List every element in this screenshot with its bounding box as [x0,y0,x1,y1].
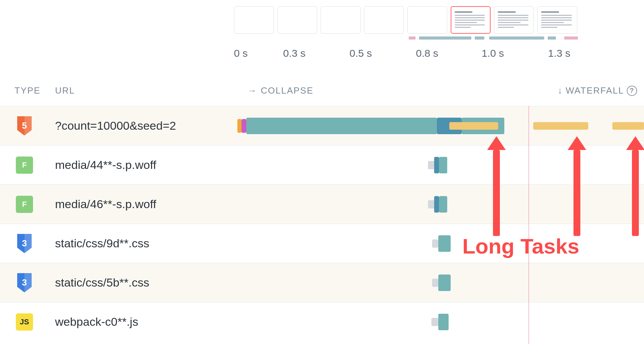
annotation-text: Long Tasks [462,234,579,258]
filmstrip-frame[interactable] [364,6,404,34]
filmstrip-microbars [234,36,644,41]
waterfall-segment [428,200,435,208]
time-tick: 0.3 s [283,47,305,59]
waterfall-segment [431,318,438,326]
collapse-label: COLLAPSE [261,85,313,96]
filmstrip [234,6,644,36]
filmstrip-frame[interactable] [321,6,361,34]
waterfall-segment [449,122,498,130]
request-url: static/css/5b**.css [55,276,149,289]
microbar [409,36,416,40]
waterfall-sort-button[interactable]: WATERFALL ? [558,85,637,96]
html-icon: 5 [16,117,33,135]
filmstrip-frame[interactable] [451,6,491,34]
microbar [564,36,578,40]
waterfall-label: WATERFALL [566,85,624,96]
microbar [548,36,556,40]
font-icon: F [16,196,33,213]
waterfall-segment [434,196,439,213]
table-column-headers: TYPE URL COLLAPSE WATERFALL ? [0,85,644,102]
request-url: media/46**-s.p.woff [55,197,156,211]
col-type-header: TYPE [14,85,41,96]
time-tick: 0.8 s [416,47,438,59]
annotation-arrow-icon [626,136,644,236]
svg-text:5: 5 [22,120,27,131]
time-tick: 0.5 s [350,47,372,59]
microbar [475,36,484,40]
table-row[interactable]: JSwebpack-c0**.js [0,302,644,341]
waterfall-segment [612,122,644,130]
request-url: media/44**-s.p.woff [55,158,156,172]
js-icon: JS [16,313,33,331]
waterfall-segment [434,157,439,173]
waterfall-segment [237,119,242,133]
css-icon: 3 [16,274,33,291]
css-icon: 3 [16,235,33,252]
request-url: ?count=10000&seed=2 [55,119,176,132]
collapse-button[interactable]: COLLAPSE [248,85,313,96]
request-url: webpack-c0**.js [55,315,138,329]
time-axis: 0 s0.3 s0.5 s0.8 s1.0 s1.3 s [0,47,644,65]
filmstrip-frame[interactable] [407,6,447,34]
table-row[interactable]: Fmedia/46**-s.p.woff [0,184,644,224]
waterfall-segment [428,161,435,169]
waterfall-lane [234,302,644,341]
time-tick: 1.0 s [482,47,504,59]
waterfall-segment [533,122,588,130]
request-url: static/css/9d**.css [55,237,149,250]
filmstrip-frame[interactable] [494,6,534,34]
svg-text:3: 3 [22,238,27,248]
timing-marker-line [528,106,529,344]
waterfall-lane [234,263,644,302]
waterfall-segment [438,235,451,252]
filmstrip-frame[interactable] [234,6,274,34]
annotation-arrow-icon [487,136,506,236]
table-row[interactable]: 3static/css/5b**.css [0,263,644,302]
time-tick: 0 s [234,47,248,59]
table-row[interactable]: Fmedia/44**-s.p.woff [0,145,644,184]
microbar [419,36,471,40]
arrow-right-icon [248,85,257,96]
filmstrip-frame[interactable] [277,6,317,34]
font-icon: F [16,157,33,174]
filmstrip-frame[interactable] [537,6,577,34]
col-url-header: URL [55,85,75,96]
waterfall-segment [439,157,447,173]
svg-text:3: 3 [22,277,27,288]
help-icon[interactable]: ? [627,86,637,96]
microbar [489,36,544,40]
waterfall-segment [432,239,438,248]
table-row[interactable]: 5?count=10000&seed=2 [0,106,644,145]
waterfall-segment [438,314,449,330]
waterfall-segment [439,196,447,213]
arrow-down-icon [558,85,563,96]
waterfall-segment [242,119,246,133]
time-tick: 1.3 s [548,47,570,59]
waterfall-segment [438,275,451,291]
annotation-arrow-icon [568,136,586,236]
waterfall-segment [246,118,437,134]
request-rows: 5?count=10000&seed=2Fmedia/44**-s.p.woff… [0,106,644,341]
waterfall-segment [432,279,438,287]
